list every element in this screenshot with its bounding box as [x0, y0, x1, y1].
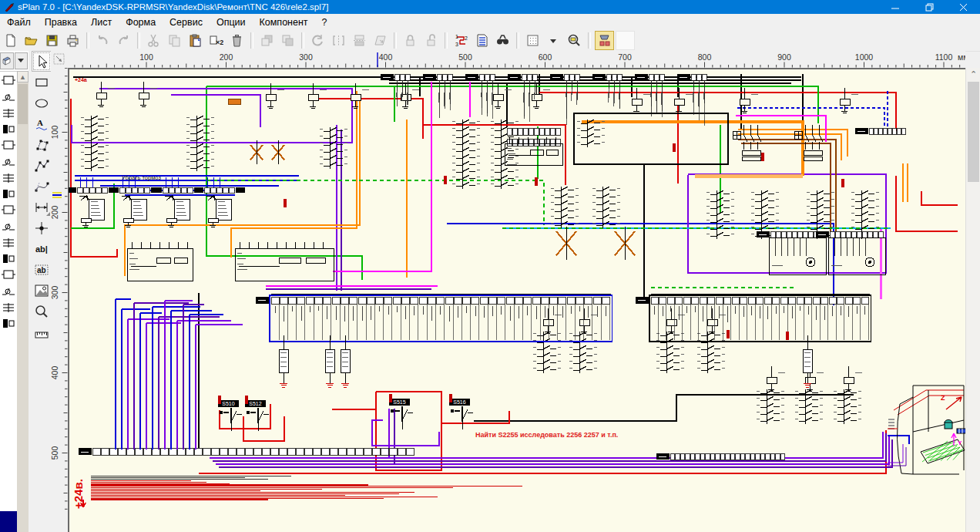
component-panel-empty: [0, 511, 17, 532]
restore-button[interactable]: [912, 0, 946, 14]
toolbar-button-lock[interactable]: [401, 31, 420, 50]
h-ruler-label: 300: [299, 52, 313, 62]
toolbar-button-component-bar-toggle[interactable]: [595, 31, 614, 50]
tool-bezier[interactable]: [32, 176, 52, 197]
toolbar-separator: [86, 32, 89, 49]
component-thumbnail[interactable]: [2, 271, 15, 278]
component-thumbnail[interactable]: [3, 238, 14, 247]
toolbar-button-find[interactable]: [493, 31, 512, 50]
scroll-up-icon[interactable]: ▲: [17, 71, 29, 82]
component-thumbnail[interactable]: [3, 303, 14, 312]
h-ruler-label: 1100: [935, 52, 953, 62]
toolbar-button-numbering[interactable]: 123: [451, 31, 471, 50]
toolbar-button-to-front[interactable]: [257, 31, 277, 50]
tool-polygon[interactable]: [32, 134, 52, 155]
component-thumbnail[interactable]: [3, 319, 14, 328]
menu-item-4[interactable]: Сервис: [163, 15, 210, 29]
component-thumbnail[interactable]: [3, 254, 14, 263]
brake-modules: [69, 177, 245, 227]
connector-strips: [79, 74, 905, 460]
toolbar-button-grid[interactable]: [523, 31, 542, 50]
toolbar-button-unlock[interactable]: [421, 31, 441, 50]
scroll-up-icon[interactable]: ⌃: [966, 68, 980, 81]
toolbar-button-to-back[interactable]: [278, 31, 297, 50]
component-thumbnail[interactable]: [3, 190, 14, 198]
sub-circuits: [127, 99, 885, 404]
toolbar-button-flip-vertical[interactable]: [350, 31, 369, 50]
toolbar-button-print[interactable]: [63, 31, 82, 50]
toolbar-button-cut[interactable]: [144, 31, 163, 50]
toolbar-button-grid-dropdown[interactable]: [544, 31, 563, 50]
toolbar-button-redo[interactable]: [114, 31, 133, 50]
toolbar-separator: [301, 32, 304, 49]
component-thumbnail[interactable]: [2, 288, 15, 295]
tool-textbox[interactable]: ab: [32, 259, 52, 280]
tool-image[interactable]: [32, 280, 52, 301]
menu-item-5[interactable]: Опции: [210, 15, 253, 29]
close-button[interactable]: [946, 0, 980, 14]
menu-item-2[interactable]: Лист: [84, 15, 119, 29]
component-thumbnail[interactable]: [3, 109, 14, 118]
toolbar-button-mirror[interactable]: [329, 31, 348, 50]
tool-select[interactable]: [32, 51, 52, 72]
origin-icon: [51, 51, 68, 68]
component-dropdown-button[interactable]: [15, 52, 29, 69]
tool-node[interactable]: [32, 217, 52, 238]
toolbar-button-zoom-window[interactable]: [565, 31, 584, 50]
toolbar-button-open[interactable]: [22, 31, 41, 50]
toolbar-button-delete[interactable]: [227, 31, 247, 50]
tool-polyline[interactable]: [32, 155, 52, 176]
switch-label: S515: [393, 399, 405, 405]
scroll-thumb[interactable]: [968, 82, 979, 182]
relay-symbols: [81, 82, 879, 424]
tool-rectangle[interactable]: [32, 72, 52, 93]
toolbar-separator: [250, 32, 253, 49]
annotation-text: +24в.: [72, 479, 85, 509]
tool-special-text[interactable]: A: [32, 113, 52, 134]
node-icon: [33, 220, 50, 237]
ruler-corner[interactable]: [51, 51, 68, 68]
menu-bar: ФайлПравкаЛистФормаСервисОпцииКомпонент?: [0, 14, 980, 30]
minimize-button[interactable]: [878, 0, 912, 14]
component-thumbnail[interactable]: [3, 125, 14, 133]
component-thumbnail[interactable]: [2, 206, 15, 214]
vertical-scrollbar[interactable]: ⌃: [965, 68, 980, 532]
menu-item-7[interactable]: ?: [315, 15, 334, 29]
component-panel-scrollbar[interactable]: ▲: [17, 71, 29, 532]
tool-measure[interactable]: [32, 322, 52, 342]
tool-ellipse[interactable]: [32, 93, 52, 113]
component-thumbnail[interactable]: [3, 173, 14, 183]
toolbar-button-paste[interactable]: [186, 31, 205, 50]
menu-item-0[interactable]: Файл: [0, 15, 38, 29]
chevron-down-icon: [18, 59, 25, 63]
sheet-selector-button[interactable]: [0, 52, 14, 69]
menu-item-1[interactable]: Правка: [38, 15, 84, 29]
svg-text:ab: ab: [37, 265, 46, 274]
svg-text:×2: ×2: [216, 39, 223, 46]
h-ruler-label: 500: [458, 52, 472, 62]
toolbar-button-duplicate-x2[interactable]: ×2: [206, 31, 226, 50]
toolbar-button-rotate[interactable]: [308, 31, 327, 50]
toolbar-button-blank[interactable]: [616, 31, 635, 50]
scroll-thumb[interactable]: [18, 84, 28, 124]
component-thumbnail[interactable]: [2, 224, 15, 230]
component-thumbnail[interactable]: [2, 141, 15, 149]
toolbar-button-copy[interactable]: [165, 31, 184, 50]
component-thumbnail[interactable]: [2, 76, 15, 84]
annotation-text: Найти S2255 исследовать 2256 2257 и т.п.: [475, 431, 618, 439]
toolbar-button-new[interactable]: [1, 31, 20, 50]
tool-text[interactable]: ab|: [32, 238, 52, 259]
component-thumbnail[interactable]: [2, 159, 15, 165]
menu-item-3[interactable]: Форма: [119, 15, 163, 29]
menu-item-6[interactable]: Компонент: [253, 15, 315, 29]
toolbar-button-skew[interactable]: [371, 31, 390, 50]
tool-dimension[interactable]: [32, 197, 52, 217]
schematic-canvas[interactable]: S510S512S515S516+24aУбрать тормозНайти S…: [68, 68, 965, 532]
tool-zoom[interactable]: [32, 301, 52, 322]
component-thumbnail[interactable]: [2, 94, 15, 100]
toolbar-button-save[interactable]: [42, 31, 62, 50]
toolbar-button-component-list[interactable]: [472, 31, 492, 50]
component-thumbnails[interactable]: [0, 71, 17, 532]
toolbar-button-undo[interactable]: [93, 31, 112, 50]
sheets-icon: [2, 56, 12, 66]
